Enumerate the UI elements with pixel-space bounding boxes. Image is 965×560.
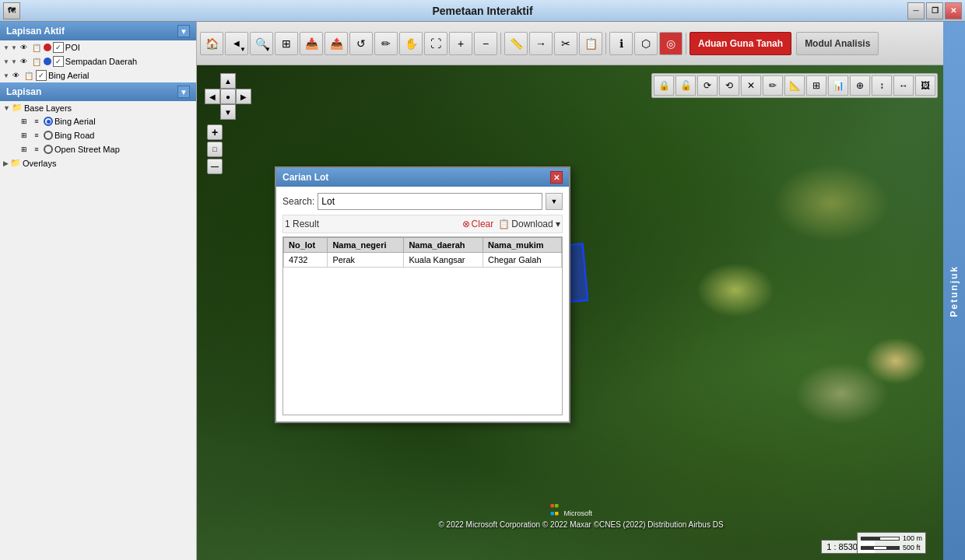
- osm-label: Open Street Map: [54, 145, 120, 154]
- nav-down-button[interactable]: ▼: [220, 104, 236, 120]
- lapisan-aktif-header: Lapisan Aktif ▼: [0, 22, 196, 40]
- pan-button[interactable]: ✋: [399, 32, 423, 55]
- tool-undo[interactable]: ⟲: [719, 75, 739, 96]
- bing-aerial-grid-icon: ⊞: [19, 116, 30, 127]
- tool-add[interactable]: ⊕: [850, 75, 870, 96]
- search-button[interactable]: 🔍 ▼: [250, 32, 273, 55]
- layer-item-poi[interactable]: ▼ ▼ 👁 📋 ✓ POI: [0, 40, 196, 54]
- bing-road-item[interactable]: ⊞ ≡ Bing Road: [0, 128, 196, 142]
- bing-road-radio[interactable]: [44, 131, 53, 140]
- paste-button[interactable]: 📋: [579, 32, 602, 55]
- bing-aerial-radio[interactable]: [44, 117, 53, 126]
- title-bar-icon: 🗺: [3, 2, 20, 19]
- bing-aktif-checkbox[interactable]: ✓: [36, 70, 47, 81]
- zoom-in-tool-button[interactable]: +: [449, 32, 472, 55]
- table-cell: Kuala Kangsar: [404, 253, 483, 268]
- poi-color-dot: [44, 44, 51, 51]
- refresh-button[interactable]: ↺: [349, 32, 373, 55]
- app-title: Pemetaan Interaktif: [432, 5, 532, 17]
- osm-item[interactable]: ⊞ ≡ Open Street Map: [0, 142, 196, 156]
- import-button[interactable]: 📥: [300, 32, 323, 55]
- nav-up-button[interactable]: ▲: [220, 73, 236, 89]
- nav-center-button[interactable]: ●: [220, 89, 236, 104]
- search-label: Search:: [282, 196, 314, 207]
- tool-horizontal[interactable]: ↔: [893, 75, 914, 96]
- tool-measure[interactable]: 📐: [784, 75, 805, 96]
- zoom-pan-button[interactable]: □: [207, 142, 223, 157]
- tool-redo[interactable]: ⟳: [697, 75, 718, 96]
- table-cell: Chegar Galah: [483, 253, 562, 268]
- carian-lot-dialog[interactable]: Carian Lot ✕ Search: ▼ 1 Result: [275, 166, 570, 423]
- sempadan-folder-icon: 📋: [31, 56, 42, 67]
- table-row[interactable]: 4732PerakKuala KangsarChegar Galah: [284, 253, 562, 268]
- results-table-container: No_lot Nama_negeri Nama_daerah Nama_muki…: [282, 236, 563, 415]
- poi-arrow2: ▼: [11, 44, 17, 51]
- home-button[interactable]: 🏠: [200, 32, 223, 55]
- clear-button[interactable]: ⊗ Clear: [462, 219, 494, 229]
- lapisan-aktif-collapse[interactable]: ▼: [177, 25, 190, 37]
- tool-vertical[interactable]: ↕: [872, 75, 892, 96]
- layer-item-bing-aerial-aktif[interactable]: ▼ 👁 📋 ✓ Bing Aerial: [0, 68, 196, 82]
- result-count: 1 Result: [285, 219, 458, 229]
- toolbar-sep-1: [500, 33, 501, 54]
- tool-edit[interactable]: ✏: [763, 75, 783, 96]
- tool-grid[interactable]: ⊞: [806, 75, 826, 96]
- dialog-close-button[interactable]: ✕: [550, 171, 563, 184]
- nav-right-button[interactable]: ▶: [236, 89, 251, 104]
- clear-label: Clear: [472, 219, 494, 229]
- edit-button[interactable]: ✏: [374, 32, 398, 55]
- toolbar: 🏠 ◀ ▼ 🔍 ▼ ⊞ 📥 📤 ↺ ✏ ✋ ⛶ + − 📏 → ✂ 📋: [197, 22, 965, 65]
- search-dropdown-button[interactable]: ▼: [546, 193, 563, 210]
- overlays-label: Overlays: [23, 159, 56, 168]
- tool-clear[interactable]: ✕: [741, 75, 761, 96]
- osm-radio[interactable]: [44, 145, 53, 154]
- zoom-out-button[interactable]: ─: [207, 159, 223, 174]
- toolbar-sep-3: [686, 33, 686, 54]
- feature-button[interactable]: ⬡: [634, 32, 658, 55]
- copyright-text: © 2022 Microsoft Corporation © 2022 Maxa…: [438, 520, 723, 529]
- poi-checkbox[interactable]: ✓: [53, 42, 64, 53]
- zoom-out-tool-button[interactable]: −: [474, 32, 497, 55]
- map-container[interactable]: ▲ ◀ ● ▶ ▼ + □ ─: [197, 65, 965, 560]
- locate-button[interactable]: ◎: [659, 32, 683, 55]
- nav-control: ▲ ◀ ● ▶ ▼: [205, 73, 251, 120]
- tool-image[interactable]: 🖼: [915, 75, 935, 96]
- nav-left-button[interactable]: ◀: [205, 89, 220, 104]
- zoom-in-button[interactable]: +: [207, 124, 223, 140]
- bing-aerial-list-icon: ≡: [31, 116, 42, 127]
- cut-button[interactable]: ✂: [554, 32, 577, 55]
- lapisan-label: Lapisan: [6, 86, 41, 97]
- sempadan-vis-icon: 👁: [19, 56, 30, 67]
- close-button[interactable]: ✕: [945, 2, 962, 19]
- zoom-extent-button[interactable]: ⛶: [424, 32, 447, 55]
- bing-aerial-item[interactable]: ⊞ ≡ Bing Aerial: [0, 114, 196, 128]
- modul-button[interactable]: Modul Analisis: [796, 32, 879, 55]
- lapisan-collapse[interactable]: ▼: [177, 86, 190, 98]
- tool-chart[interactable]: 📊: [828, 75, 848, 96]
- tool-lock[interactable]: 🔒: [654, 75, 674, 96]
- aduan-button[interactable]: Aduan Guna Tanah: [690, 32, 791, 55]
- layer-item-sempadan[interactable]: ▼ ▼ 👁 📋 ✓ Sempadan Daerah: [0, 54, 196, 68]
- restore-button[interactable]: ❐: [926, 2, 943, 19]
- search-input[interactable]: [318, 193, 542, 210]
- map-area[interactable]: 🏠 ◀ ▼ 🔍 ▼ ⊞ 📥 📤 ↺ ✏ ✋ ⛶ + − 📏 → ✂ 📋: [197, 22, 965, 560]
- col-nama-negeri: Nama_negeri: [328, 238, 404, 253]
- route-button[interactable]: →: [529, 32, 553, 55]
- nav-back-button[interactable]: ◀ ▼: [225, 32, 248, 55]
- scale-500ft: 500 ft: [903, 544, 921, 551]
- info-button[interactable]: ℹ: [609, 32, 633, 55]
- bing-aerial-label: Bing Aerial: [54, 117, 96, 126]
- tool-unlock[interactable]: 🔓: [676, 75, 696, 96]
- lapisan-header: Lapisan ▼: [0, 82, 196, 101]
- ms-logo: ■■ ■■ Microsoft: [550, 502, 592, 517]
- overlays-group[interactable]: ▶ 📁 Overlays: [0, 156, 196, 170]
- sempadan-checkbox[interactable]: ✓: [53, 56, 64, 67]
- export-button[interactable]: 📤: [325, 32, 348, 55]
- minimize-button[interactable]: ─: [907, 2, 925, 19]
- base-layers-group[interactable]: ▼ 📁 Base Layers: [0, 101, 196, 114]
- col-no-lot: No_lot: [284, 238, 328, 253]
- measure-button[interactable]: 📏: [504, 32, 528, 55]
- sempadan-label: Sempadan Daerah: [65, 57, 137, 66]
- layers-button[interactable]: ⊞: [275, 32, 298, 55]
- download-button[interactable]: 📋 Download ▾: [498, 219, 560, 229]
